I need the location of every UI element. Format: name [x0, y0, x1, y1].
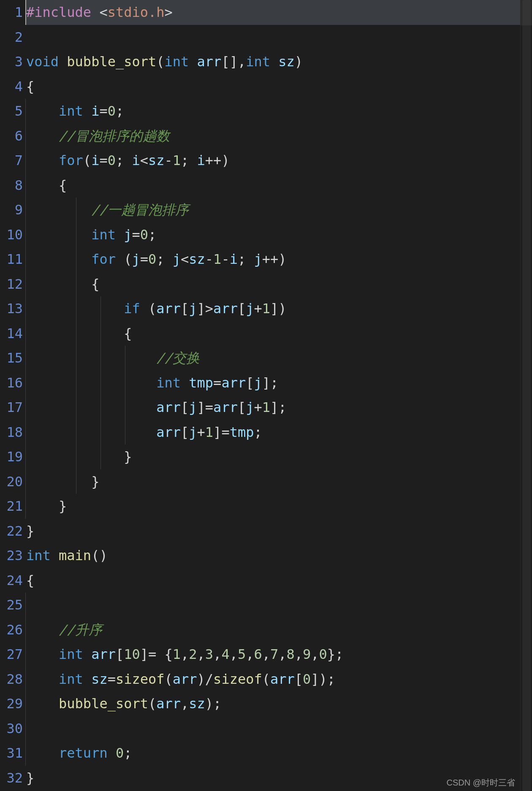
indent-guide — [25, 642, 26, 667]
indent-guide — [25, 346, 26, 371]
line-number: 20 — [0, 469, 25, 494]
line-number: 7 — [0, 148, 25, 173]
code-line[interactable]: int i=0; — [25, 99, 520, 124]
line-number: 17 — [0, 395, 25, 420]
indent-guide — [25, 247, 26, 272]
indent-guide — [25, 124, 26, 149]
indent-guide — [25, 296, 26, 321]
code-line[interactable]: } — [25, 494, 520, 519]
indent-guide — [76, 469, 76, 494]
indent-guide — [76, 346, 76, 371]
line-number: 8 — [0, 173, 25, 198]
line-number: 15 — [0, 346, 25, 371]
indent-guide — [25, 444, 26, 469]
code-line[interactable]: for (j=0; j<sz-1-i; j++) — [25, 247, 520, 272]
code-line[interactable]: arr[j]=arr[j+1]; — [25, 395, 520, 420]
line-number: 32 — [0, 766, 25, 791]
indent-guide — [125, 420, 125, 445]
indent-guide — [25, 691, 26, 716]
code-line[interactable]: bubble_sort(arr,sz); — [25, 691, 520, 716]
code-line[interactable] — [25, 593, 520, 618]
code-editor[interactable]: 1234567891011121314151617181920212223242… — [0, 0, 532, 791]
line-number: 31 — [0, 741, 25, 766]
indent-guide — [25, 741, 26, 766]
indent-guide — [76, 296, 76, 321]
line-number: 19 — [0, 444, 25, 469]
line-number: 4 — [0, 74, 25, 99]
code-line[interactable]: int tmp=arr[j]; — [25, 371, 520, 396]
indent-guide — [125, 371, 125, 396]
code-line[interactable]: int main() — [25, 543, 520, 568]
watermark-text: CSDN @时时三省 — [446, 777, 515, 788]
indent-guide — [76, 444, 76, 469]
indent-guide — [125, 346, 125, 371]
code-line[interactable]: { — [25, 321, 520, 346]
code-line[interactable]: return 0; — [25, 741, 520, 766]
line-number: 9 — [0, 198, 25, 222]
indent-guide — [25, 198, 26, 222]
indent-guide — [25, 395, 26, 420]
line-number: 18 — [0, 420, 25, 445]
code-line[interactable]: } — [25, 766, 520, 791]
code-line[interactable]: arr[j+1]=tmp; — [25, 420, 520, 445]
code-line[interactable] — [25, 716, 520, 741]
indent-guide — [76, 222, 76, 247]
code-line[interactable]: { — [25, 568, 520, 593]
code-line[interactable]: { — [25, 74, 520, 99]
indent-guide — [25, 494, 26, 519]
indent-guide — [76, 198, 76, 222]
minimap[interactable] — [520, 0, 532, 791]
line-number: 13 — [0, 296, 25, 321]
line-number: 14 — [0, 321, 25, 346]
minimap-thumb[interactable] — [522, 0, 531, 791]
indent-guide — [100, 321, 101, 346]
code-line[interactable]: for(i=0; i<sz-1; i++) — [25, 148, 520, 173]
indent-guide — [76, 420, 76, 445]
line-number: 5 — [0, 99, 25, 124]
line-number: 24 — [0, 568, 25, 593]
code-area[interactable]: #include <stdio.h>void bubble_sort(int a… — [25, 0, 520, 791]
line-number: 11 — [0, 247, 25, 272]
line-number: 10 — [0, 222, 25, 247]
code-line[interactable]: int j=0; — [25, 222, 520, 247]
indent-guide — [25, 716, 26, 741]
code-line[interactable]: //冒泡排序的趟数 — [25, 124, 520, 149]
line-number: 29 — [0, 691, 25, 716]
indent-guide — [25, 371, 26, 396]
code-line[interactable]: int arr[10]= {1,2,3,4,5,6,7,8,9,0}; — [25, 642, 520, 667]
indent-guide — [100, 296, 101, 321]
line-number: 28 — [0, 667, 25, 692]
line-number: 6 — [0, 124, 25, 149]
line-number: 25 — [0, 593, 25, 618]
indent-guide — [100, 444, 101, 469]
line-number: 22 — [0, 519, 25, 544]
code-line[interactable]: } — [25, 444, 520, 469]
code-line[interactable] — [25, 25, 520, 50]
indent-guide — [25, 618, 26, 642]
line-number: 27 — [0, 642, 25, 667]
indent-guide — [25, 321, 26, 346]
code-line[interactable]: #include <stdio.h> — [25, 0, 520, 25]
indent-guide — [76, 247, 76, 272]
indent-guide — [100, 420, 101, 445]
line-number-gutter: 1234567891011121314151617181920212223242… — [0, 0, 25, 791]
indent-guide — [25, 593, 26, 618]
code-line[interactable]: //升序 — [25, 618, 520, 642]
code-line[interactable]: if (arr[j]>arr[j+1]) — [25, 296, 520, 321]
code-line[interactable]: //一趟冒泡排序 — [25, 198, 520, 222]
code-line[interactable]: void bubble_sort(int arr[],int sz) — [25, 49, 520, 74]
indent-guide — [25, 148, 26, 173]
indent-guide — [100, 371, 101, 396]
indent-guide — [25, 469, 26, 494]
code-line[interactable]: { — [25, 173, 520, 198]
indent-guide — [76, 321, 76, 346]
code-line[interactable]: { — [25, 272, 520, 297]
indent-guide — [25, 667, 26, 692]
indent-guide — [25, 222, 26, 247]
code-line[interactable]: } — [25, 519, 520, 544]
code-line[interactable]: int sz=sizeof(arr)/sizeof(arr[0]); — [25, 667, 520, 692]
code-line[interactable]: } — [25, 469, 520, 494]
code-line[interactable]: //交换 — [25, 346, 520, 371]
line-number: 26 — [0, 618, 25, 642]
indent-guide — [25, 173, 26, 198]
